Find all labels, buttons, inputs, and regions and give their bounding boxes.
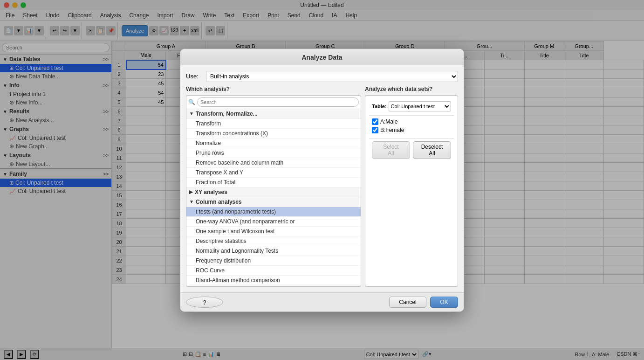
table-select-row: Table: Col: Unpaired t test (369, 99, 454, 116)
tree-item[interactable]: Normalize (186, 138, 361, 148)
analysis-search-input[interactable] (197, 97, 359, 107)
dataset-label-a-male: A:Male (380, 118, 397, 125)
datasets-list: A:MaleB:Female (369, 116, 454, 138)
tree-arrow-xy: ▶ (189, 189, 193, 194)
dialog-title-bar: Analyze Data (180, 49, 464, 65)
analyze-which-label: Analyze which data sets? (365, 86, 458, 92)
tree-group-header-column[interactable]: ▼Column analyses (186, 197, 361, 207)
search-icon: 🔍 (188, 99, 195, 105)
tree-item[interactable]: Transpose X and Y (186, 168, 361, 178)
tree-item[interactable]: Transform concentrations (X) (186, 129, 361, 138)
analysis-search-row: 🔍 (186, 96, 361, 109)
datasets-container: Table: Col: Unpaired t test A:MaleB:Fema… (365, 95, 458, 287)
dataset-checkbox-b-female[interactable] (372, 127, 378, 133)
dataset-row-b-female: B:Female (372, 127, 451, 133)
analyze-data-dialog: Analyze Data Use: Built-in analysis Whic… (180, 48, 464, 312)
dataset-buttons: Select All Deselect All (369, 138, 454, 162)
tree-arrow-column: ▼ (189, 199, 194, 204)
select-all-button[interactable]: Select All (372, 141, 410, 159)
dataset-label-b-female: B:Female (380, 127, 404, 133)
dataset-row-a-male: A:Male (372, 118, 451, 125)
use-label: Use: (186, 73, 202, 80)
dialog-columns: 🔍 ▼Transform, Normalize...TransformTrans… (186, 95, 458, 287)
tree-item[interactable]: t tests (and nonparametric tests) (186, 207, 361, 217)
dialog-footer: ? Cancel OK (180, 292, 464, 312)
tree-item[interactable]: Descriptive statistics (186, 236, 361, 246)
cancel-button[interactable]: Cancel (389, 297, 426, 308)
tree-item[interactable]: Transform (186, 119, 361, 129)
tree-item[interactable]: ROC Curve (186, 266, 361, 276)
dialog-headers-row: Which analysis? Analyze which data sets? (186, 86, 458, 92)
use-select[interactable]: Built-in analysis (206, 71, 458, 82)
tree-item[interactable]: One sample t and Wilcoxon test (186, 227, 361, 236)
which-analysis-label: Which analysis? (186, 86, 363, 92)
tree-group-label-xy: XY analyses (195, 189, 227, 195)
dialog-footer-right: Cancel OK (384, 293, 464, 312)
tree-item[interactable]: Identify outliers (186, 285, 361, 286)
tree-group-xy: ▶XY analyses (186, 187, 361, 197)
tree-group-label-column: Column analyses (196, 199, 242, 205)
dataset-checkbox-a-male[interactable] (372, 118, 378, 125)
tree-group-header-xy[interactable]: ▶XY analyses (186, 187, 361, 197)
tree-item[interactable]: Bland-Altman method comparison (186, 276, 361, 285)
ok-button[interactable]: OK (430, 297, 458, 308)
tree-item[interactable]: Fraction of Total (186, 178, 361, 187)
tree-item[interactable]: One-way ANOVA (and nonparametric or (186, 217, 361, 227)
dialog-title: Analyze Data (301, 54, 342, 61)
tree-group-transform: ▼Transform, Normalize...TransformTransfo… (186, 109, 361, 187)
tree-group-label-transform: Transform, Normalize... (196, 111, 258, 117)
table-label: Table: (372, 104, 387, 109)
help-button[interactable]: ? (186, 297, 223, 308)
use-row: Use: Built-in analysis (186, 71, 458, 82)
table-select[interactable]: Col: Unpaired t test (389, 101, 451, 111)
table-row: Table: Col: Unpaired t test (372, 101, 451, 111)
tree-group-header-transform[interactable]: ▼Transform, Normalize... (186, 109, 361, 119)
tree-item[interactable]: Remove baseline and column math (186, 158, 361, 168)
analysis-tree-container: 🔍 ▼Transform, Normalize...TransformTrans… (186, 95, 361, 287)
tree-item[interactable]: Normality and Lognormality Tests (186, 246, 361, 256)
dialog-footer-left: ? (180, 293, 229, 312)
analysis-tree: ▼Transform, Normalize...TransformTransfo… (186, 109, 361, 286)
tree-item[interactable]: Prune rows (186, 148, 361, 158)
tree-item[interactable]: Frequency distribution (186, 256, 361, 266)
dialog-body: Use: Built-in analysis Which analysis? A… (180, 65, 464, 292)
dialog-overlay: Analyze Data Use: Built-in analysis Whic… (0, 0, 644, 360)
tree-group-column: ▼Column analysest tests (and nonparametr… (186, 197, 361, 286)
deselect-all-button[interactable]: Deselect All (413, 141, 451, 159)
tree-arrow-transform: ▼ (189, 111, 194, 116)
